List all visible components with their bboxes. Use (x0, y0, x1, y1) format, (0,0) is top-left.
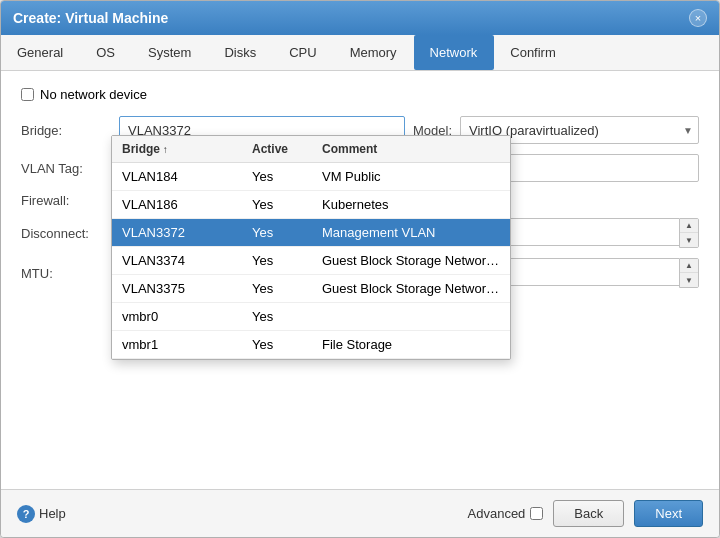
dropdown-cell-bridge: VLAN3374 (112, 247, 242, 274)
dropdown-cell-bridge: VLAN3375 (112, 275, 242, 302)
dialog-title: Create: Virtual Machine (13, 10, 168, 26)
help-label: Help (39, 506, 66, 521)
dropdown-cell-active: Yes (242, 331, 312, 358)
mtu-down-arrow[interactable]: ▼ (680, 273, 698, 287)
dropdown-cell-comment: Guest Block Storage Network 02 (312, 275, 510, 302)
mtu-label: MTU: (21, 266, 111, 281)
mtu-arrows: ▲ ▼ (679, 258, 699, 288)
bridge-label: Bridge: (21, 123, 111, 138)
create-vm-dialog: Create: Virtual Machine × General OS Sys… (0, 0, 720, 538)
col-bridge-header[interactable]: Bridge (112, 136, 242, 162)
dropdown-cell-active: Yes (242, 303, 312, 330)
disconnect-up-arrow[interactable]: ▲ (680, 219, 698, 233)
dropdown-cell-comment: Kubernetes (312, 191, 510, 218)
disconnect-label: Disconnect: (21, 226, 111, 241)
disconnect-arrows: ▲ ▼ (679, 218, 699, 248)
close-button[interactable]: × (689, 9, 707, 27)
vlan-tag-label: VLAN Tag: (21, 161, 111, 176)
dropdown-cell-comment: VM Public (312, 163, 510, 190)
tab-network[interactable]: Network (414, 35, 495, 70)
dropdown-row[interactable]: VLAN184 Yes VM Public (112, 163, 510, 191)
content-area: No network device Bridge: VLAN3372 Model… (1, 71, 719, 489)
advanced-text: Advanced (468, 506, 526, 521)
col-comment-header[interactable]: Comment (312, 136, 510, 162)
tab-general[interactable]: General (1, 35, 80, 70)
dropdown-cell-bridge: VLAN186 (112, 191, 242, 218)
tab-os[interactable]: OS (80, 35, 132, 70)
dropdown-cell-comment: File Storage (312, 331, 510, 358)
dropdown-row[interactable]: VLAN3375 Yes Guest Block Storage Network… (112, 275, 510, 303)
tab-disks[interactable]: Disks (208, 35, 273, 70)
footer-right: Advanced Back Next (468, 500, 703, 527)
no-network-device-label: No network device (40, 87, 147, 102)
dropdown-rows: VLAN184 Yes VM Public VLAN186 Yes Kubern… (112, 163, 510, 359)
tab-memory[interactable]: Memory (334, 35, 414, 70)
dropdown-cell-bridge: vmbr0 (112, 303, 242, 330)
dropdown-header: Bridge Active Comment (112, 136, 510, 163)
help-button[interactable]: ? Help (17, 505, 66, 523)
dropdown-cell-comment: Management VLAN (312, 219, 510, 246)
dropdown-cell-active: Yes (242, 247, 312, 274)
dropdown-row[interactable]: VLAN186 Yes Kubernetes (112, 191, 510, 219)
dropdown-cell-bridge: VLAN3372 (112, 219, 242, 246)
dropdown-row[interactable]: VLAN3374 Yes Guest Block Storage Network… (112, 247, 510, 275)
tab-confirm[interactable]: Confirm (494, 35, 573, 70)
dropdown-row[interactable]: vmbr0 Yes (112, 303, 510, 331)
no-network-device-row: No network device (21, 87, 699, 102)
tab-bar: General OS System Disks CPU Memory Netwo… (1, 35, 719, 71)
bridge-dropdown-popup: Bridge Active Comment VLAN184 Yes VM Pub… (111, 135, 511, 360)
dropdown-cell-active: Yes (242, 219, 312, 246)
back-button[interactable]: Back (553, 500, 624, 527)
tab-cpu[interactable]: CPU (273, 35, 333, 70)
dropdown-cell-comment (312, 303, 510, 330)
dropdown-row[interactable]: VLAN3372 Yes Management VLAN (112, 219, 510, 247)
next-button[interactable]: Next (634, 500, 703, 527)
col-active-header[interactable]: Active (242, 136, 312, 162)
dropdown-row[interactable]: vmbr1 Yes File Storage (112, 331, 510, 359)
advanced-checkbox[interactable] (530, 507, 543, 520)
mtu-up-arrow[interactable]: ▲ (680, 259, 698, 273)
firewall-label: Firewall: (21, 193, 111, 208)
footer: ? Help Advanced Back Next (1, 489, 719, 537)
tab-system[interactable]: System (132, 35, 208, 70)
disconnect-down-arrow[interactable]: ▼ (680, 233, 698, 247)
advanced-label[interactable]: Advanced (468, 506, 544, 521)
help-icon: ? (17, 505, 35, 523)
dropdown-cell-active: Yes (242, 163, 312, 190)
dropdown-cell-bridge: vmbr1 (112, 331, 242, 358)
dropdown-cell-active: Yes (242, 191, 312, 218)
dropdown-cell-active: Yes (242, 275, 312, 302)
no-network-device-checkbox[interactable] (21, 88, 34, 101)
title-bar: Create: Virtual Machine × (1, 1, 719, 35)
dropdown-cell-comment: Guest Block Storage Network 01 (312, 247, 510, 274)
dropdown-cell-bridge: VLAN184 (112, 163, 242, 190)
